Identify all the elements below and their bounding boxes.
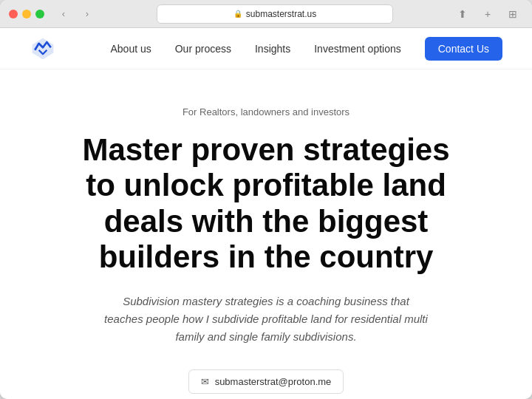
address-bar-container: 🔒 submasterstrat.us — [103, 4, 446, 24]
webpage: About us Our process Insights Investment… — [0, 28, 532, 399]
back-button[interactable]: ‹ — [53, 6, 74, 22]
nav-about-us[interactable]: About us — [110, 43, 151, 55]
navbar: About us Our process Insights Investment… — [0, 28, 532, 69]
browser-window: ‹ › 🔒 submasterstrat.us ⬆ + ⊞ — [0, 0, 532, 399]
url-text: submasterstrat.us — [246, 9, 316, 19]
email-icon: ✉ — [201, 376, 209, 387]
address-bar[interactable]: 🔒 submasterstrat.us — [157, 4, 393, 24]
site-logo[interactable] — [30, 35, 56, 62]
browser-titlebar: ‹ › 🔒 submasterstrat.us ⬆ + ⊞ — [0, 0, 532, 28]
hero-title: Master proven strategies to unlock profi… — [66, 132, 466, 275]
hero-description: Subdivision mastery strategies is a coac… — [103, 293, 429, 346]
browser-controls: ‹ › — [53, 6, 98, 22]
email-badge[interactable]: ✉ submasterstrat@proton.me — [188, 369, 344, 394]
close-button[interactable] — [9, 10, 18, 18]
nav-investment-options[interactable]: Investment options — [314, 43, 401, 55]
lock-icon: 🔒 — [233, 10, 242, 18]
nav-links: About us Our process Insights Investment… — [110, 43, 400, 55]
new-tab-button[interactable]: + — [477, 6, 498, 22]
forward-button[interactable]: › — [77, 6, 98, 22]
hero-section: For Realtors, landowners and investors M… — [7, 69, 525, 399]
traffic-lights — [9, 10, 44, 18]
minimize-button[interactable] — [22, 10, 31, 18]
nav-our-process[interactable]: Our process — [175, 43, 231, 55]
share-button[interactable]: ⬆ — [452, 6, 473, 22]
contact-button[interactable]: Contact Us — [425, 37, 502, 61]
email-text: submasterstrat@proton.me — [215, 376, 332, 387]
maximize-button[interactable] — [35, 10, 44, 18]
browser-actions: ⬆ + ⊞ — [452, 6, 523, 22]
extensions-button[interactable]: ⊞ — [502, 6, 523, 22]
nav-insights[interactable]: Insights — [255, 43, 290, 55]
hero-subtitle: For Realtors, landowners and investors — [66, 106, 466, 117]
